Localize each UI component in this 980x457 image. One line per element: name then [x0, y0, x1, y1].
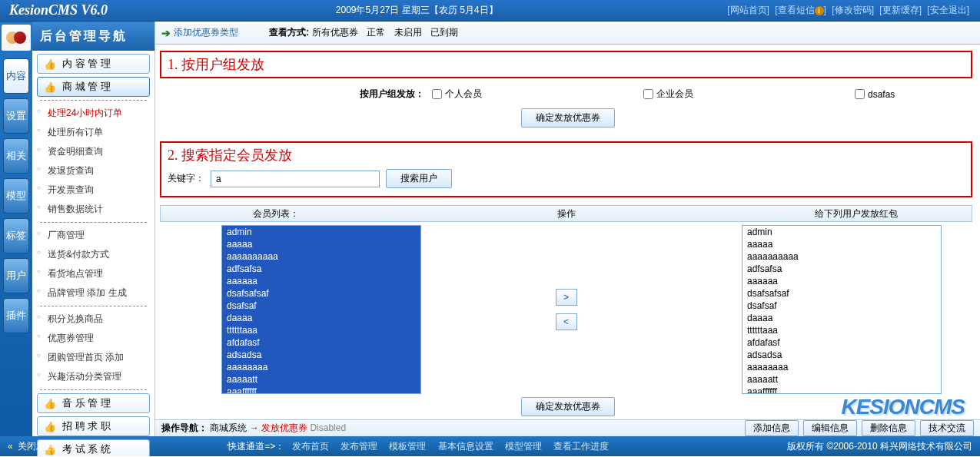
thumb-icon: 👍	[44, 81, 56, 93]
chk-personal[interactable]: 个人会员	[432, 88, 482, 101]
group-dispatch-row: 按用户组发放： 个人会员 企业会员 dsafas	[155, 88, 980, 101]
left-strip: 内容 设置 相关 模型 标签 用户 插件	[0, 22, 32, 436]
chk-personal-input[interactable]	[432, 89, 442, 99]
move-right-button[interactable]: >	[556, 289, 577, 306]
double-arrow-icon: «	[8, 441, 13, 452]
copyright: 版权所有 ©2006-2010 科兴网络技术有限公司	[787, 440, 972, 453]
confirm-dispatch-button[interactable]: 确定发放优惠券	[521, 397, 615, 416]
menu-item[interactable]: 优惠券管理	[32, 329, 154, 348]
view-mode-label: 查看方式:	[269, 26, 309, 39]
menu-btn-recruit[interactable]: 👍招 聘 求 职	[37, 416, 150, 436]
list-item[interactable]: aaaaaaaaaa	[742, 250, 941, 263]
menu-item[interactable]: 处理24小时内订单	[32, 104, 154, 123]
header-date: 2009年5月27日 星期三【农历 5月4日】	[336, 4, 498, 17]
list-item[interactable]: aaaaa	[742, 238, 941, 250]
menu-btn-music[interactable]: 👍音 乐 管 理	[37, 393, 150, 413]
list-item[interactable]: aaaaatt	[742, 373, 941, 386]
thumb-icon: 👍	[44, 398, 56, 409]
link-home[interactable]: [网站首页]	[727, 5, 769, 15]
menu-item[interactable]: 送货&付款方式	[32, 245, 154, 264]
list-item[interactable]: adsadsa	[742, 349, 941, 361]
quick-link[interactable]: 模型管理	[505, 441, 542, 452]
chk-enterprise[interactable]: 企业会员	[643, 88, 693, 101]
edit-info-button[interactable]: 编辑信息	[803, 420, 857, 436]
filter-normal[interactable]: 正常	[367, 27, 385, 38]
vtab-tags[interactable]: 标签	[3, 218, 29, 253]
list-item[interactable]: ttttttaaa	[742, 324, 941, 336]
vtab-content[interactable]: 内容	[3, 58, 29, 94]
filter-unused[interactable]: 未启用	[394, 27, 422, 38]
breadcrumb: 操作导航： 商城系统 → 发放优惠券 Disabled	[161, 422, 346, 435]
brand-title: KesionCMS V6.0	[9, 2, 108, 18]
keyword-input[interactable]	[211, 171, 380, 187]
menu-btn-content[interactable]: 👍内 容 管 理	[37, 54, 150, 74]
filter-expired[interactable]: 已到期	[430, 27, 458, 38]
link-sms[interactable]: [查看短信i]	[775, 5, 826, 15]
menu-item[interactable]: 发退货查询	[32, 161, 154, 180]
quick-link[interactable]: 模板管理	[389, 441, 426, 452]
menu-item[interactable]: 销售数据统计	[32, 200, 154, 219]
quick-link[interactable]: 查看工作进度	[553, 441, 609, 452]
search-user-button[interactable]: 搜索用户	[386, 169, 452, 188]
menu-item[interactable]: 开发票查询	[32, 180, 154, 200]
list-item[interactable]: aaaaaaaa	[742, 361, 941, 373]
link-cache[interactable]: [更新缓存]	[879, 5, 922, 15]
toolbar: ➔ 添加优惠券类型 查看方式: 所有优惠券 正常 未启用 已到期	[155, 22, 980, 45]
list-item[interactable]: aaaaaa	[742, 275, 941, 287]
header-bar: KesionCMS V6.0 2009年5月27日 星期三【农历 5月4日】 […	[0, 0, 980, 22]
menu-item[interactable]: 厂商管理	[32, 226, 154, 245]
col-target: 给下列用户发放红包	[741, 207, 972, 220]
list-item[interactable]: admin	[742, 226, 941, 238]
menu-item[interactable]: 品牌管理 添加 生成	[32, 283, 154, 303]
chk-dsafas-input[interactable]	[855, 89, 865, 99]
add-coupon-type-link[interactable]: 添加优惠券类型	[174, 26, 238, 39]
link-password[interactable]: [修改密码]	[832, 5, 874, 15]
vtab-model[interactable]: 模型	[3, 178, 29, 214]
link-logout[interactable]: [安全退出]	[927, 5, 969, 15]
breadcrumb-bar: 操作导航： 商城系统 → 发放优惠券 Disabled 添加信息 编辑信息 删除…	[155, 419, 980, 436]
menu-btn-shop[interactable]: 👍商 城 管 理	[37, 77, 150, 97]
content-area: ➔ 添加优惠券类型 查看方式: 所有优惠券 正常 未启用 已到期 1. 按用户组…	[155, 22, 980, 436]
vtab-related[interactable]: 相关	[3, 138, 29, 174]
vtab-plugins[interactable]: 插件	[3, 298, 29, 333]
quick-link[interactable]: 基本信息设置	[438, 441, 493, 452]
avatar	[2, 25, 31, 51]
list-item[interactable]: afdafasf	[742, 336, 941, 349]
list-item[interactable]: adfsafsa	[742, 263, 941, 275]
left-menu-title: 后台管理导航	[32, 22, 154, 51]
close-left-column[interactable]: «关闭左栏	[8, 440, 55, 453]
list-row: adminaaaaaaaaaaaaaaaadfsafsaaaaaaadsafsa…	[160, 225, 972, 394]
menu-item[interactable]: 资金明细查询	[32, 142, 154, 161]
move-left-button[interactable]: <	[556, 313, 577, 330]
list-item[interactable]: aaaffffff	[742, 386, 941, 394]
filter-all[interactable]: 所有优惠券	[312, 27, 358, 38]
menu-item[interactable]: 看货地点管理	[32, 264, 154, 283]
add-icon: ➔	[161, 27, 171, 39]
menu-item[interactable]: 团购管理首页 添加	[32, 348, 154, 367]
list-item[interactable]: daaaa	[742, 312, 941, 324]
confirm-group-dispatch-button[interactable]: 确定发放优惠券	[521, 108, 615, 127]
thumb-icon: 👍	[44, 58, 56, 70]
quick-links: 快速通道=>： 发布首页 发布管理 模板管理 基本信息设置 模型管理 查看工作进…	[228, 440, 613, 453]
vtab-settings[interactable]: 设置	[3, 98, 29, 134]
col-members: 会员列表：	[161, 207, 391, 220]
list-item[interactable]: dsafsafsaf	[742, 287, 941, 300]
add-info-button[interactable]: 添加信息	[745, 420, 799, 436]
watermark: KESIONCMS	[841, 395, 965, 419]
menu-item[interactable]: 积分兑换商品	[32, 310, 154, 329]
chk-enterprise-input[interactable]	[643, 89, 653, 99]
vtab-users[interactable]: 用户	[3, 258, 29, 293]
header-links: [网站首页] [查看短信i] [修改密码] [更新缓存] [安全退出]	[726, 4, 971, 17]
quick-link[interactable]: 发布首页	[292, 441, 329, 452]
menu-item[interactable]: 兴趣活动分类管理	[32, 367, 154, 386]
list-header-row: 会员列表： 操作 给下列用户发放红包	[160, 205, 972, 222]
left-menu: 后台管理导航 👍内 容 管 理 👍商 城 管 理 处理24小时内订单 处理所有订…	[32, 22, 155, 436]
main-layout: 内容 设置 相关 模型 标签 用户 插件 后台管理导航 👍内 容 管 理 👍商 …	[0, 22, 980, 436]
tech-exchange-button[interactable]: 技术交流	[920, 420, 974, 436]
delete-info-button[interactable]: 删除信息	[862, 420, 915, 436]
target-listbox[interactable]: adminaaaaaaaaaaaaaaaadfsafsaaaaaaadsafsa…	[742, 225, 942, 394]
list-item[interactable]: dsafsaf	[742, 300, 941, 312]
chk-dsafas[interactable]: dsafas	[855, 88, 895, 101]
quick-link[interactable]: 发布管理	[341, 441, 377, 452]
menu-item[interactable]: 处理所有订单	[32, 123, 154, 142]
